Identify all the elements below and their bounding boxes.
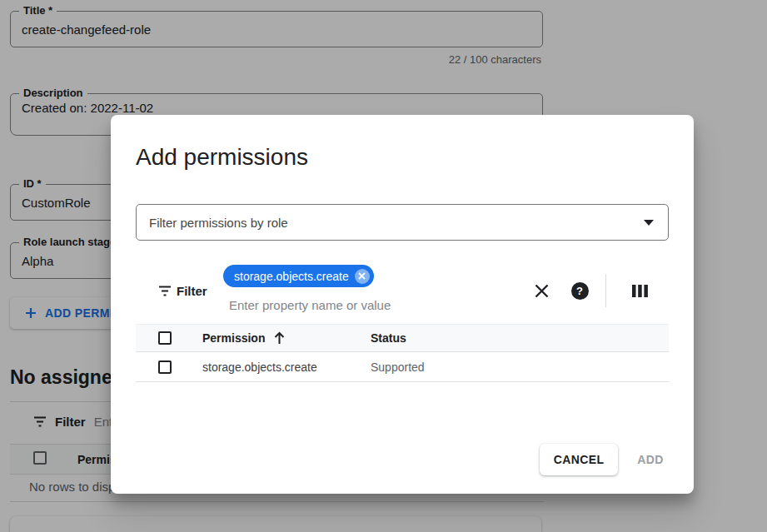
filter-funnel-icon [158,286,172,296]
filter-label: Filter [177,284,207,298]
select-all-checkbox[interactable] [158,331,172,345]
permission-column-header[interactable]: Permission [202,331,265,345]
close-icon [534,283,550,299]
table-row[interactable]: storage.objects.create Supported [136,352,669,382]
dialog-title: Add permissions [136,142,308,172]
toolbar-divider [605,274,606,307]
clear-filters-button[interactable] [526,279,556,302]
status-column-header[interactable]: Status [371,331,406,345]
cancel-button[interactable]: CANCEL [540,444,618,475]
help-icon: ? [571,282,589,300]
status-cell: Supported [371,360,425,374]
chevron-down-icon [644,220,654,226]
chip-remove-icon[interactable] [355,269,370,284]
permissions-table-header: Permission Status [136,324,669,352]
add-button[interactable]: ADD [627,444,674,475]
permission-cell: storage.objects.create [202,360,317,374]
filter-chip[interactable]: storage.objects.create [223,265,374,287]
sort-ascending-icon[interactable] [273,331,286,345]
screen: Title * create-changefeed-role 22 / 100 … [0,0,767,532]
permissions-filter-toolbar: Filter storage.objects.create Enter prop… [136,258,669,324]
help-button[interactable]: ? [565,281,595,301]
filter-by-role-dropdown[interactable]: Filter permissions by role [136,204,669,241]
row-checkbox[interactable] [158,360,172,374]
column-options-button[interactable] [625,281,654,301]
columns-icon [632,285,648,297]
filter-input[interactable]: Enter property name or value [229,298,391,312]
filter-by-role-placeholder: Filter permissions by role [149,216,288,230]
add-permissions-dialog: Add permissions Filter permissions by ro… [111,115,694,494]
filter-chip-label: storage.objects.create [234,270,349,283]
